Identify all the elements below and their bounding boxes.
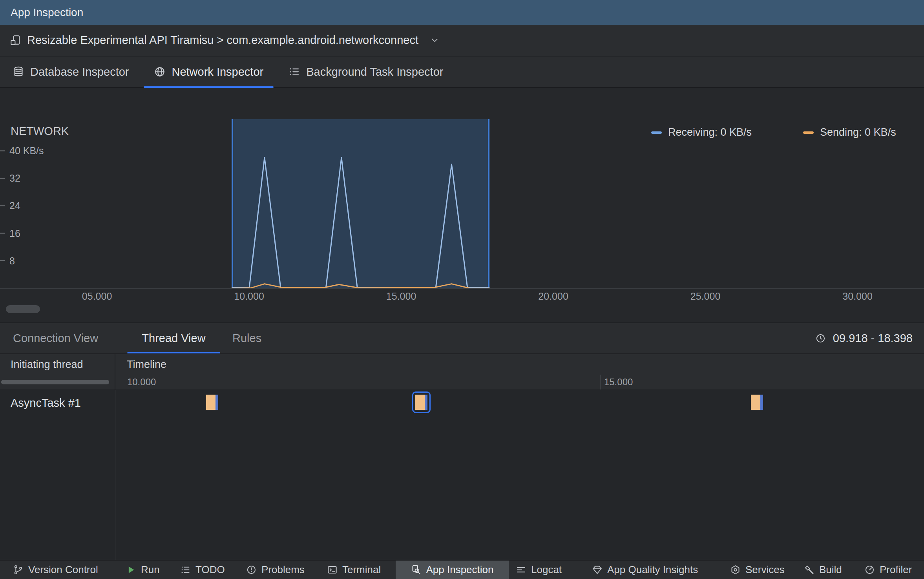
chevron-down-icon[interactable] bbox=[429, 35, 440, 46]
tool-window-button-todo[interactable]: TODO bbox=[174, 561, 231, 579]
inspector-tabs-bar: Database Inspector Network Inspector Bac… bbox=[0, 56, 924, 88]
connection-view-tabs-bar: Connection View Thread View Rules 09.918… bbox=[0, 322, 924, 354]
y-axis-tick: 24 bbox=[0, 200, 20, 211]
tool-window-button-label: Terminal bbox=[342, 564, 381, 576]
tool-window-button-profiler[interactable]: Profiler bbox=[858, 561, 918, 579]
terminal-icon bbox=[327, 564, 338, 575]
tab-background-task-inspector[interactable]: Background Task Inspector bbox=[276, 56, 456, 87]
chart-title: NETWORK bbox=[11, 125, 69, 138]
hammer-icon bbox=[804, 564, 814, 575]
network-chart: NETWORK Receiving: 0 KB/s Sending: 0 KB/… bbox=[0, 88, 924, 322]
column-label: Timeline bbox=[127, 359, 166, 371]
database-icon bbox=[13, 66, 24, 78]
tool-window-button-label: Problems bbox=[261, 564, 305, 576]
thread-name: AsyncTask #1 bbox=[11, 397, 81, 410]
tool-window-button-label: App Inspection bbox=[426, 564, 493, 576]
tab-connection-view[interactable]: Connection View bbox=[13, 323, 98, 353]
y-axis-tick: 16 bbox=[0, 228, 20, 239]
tool-window-button-version-control[interactable]: Version Control bbox=[7, 561, 104, 579]
process-selector-label: Resizable Experimental API Tiramisu > co… bbox=[27, 34, 418, 47]
tab-label: Network Inspector bbox=[172, 66, 263, 78]
tool-window-button-run[interactable]: Run bbox=[119, 561, 166, 579]
y-tick-label: 24 bbox=[9, 200, 20, 211]
tool-window-button-terminal[interactable]: Terminal bbox=[321, 561, 387, 579]
profiler-icon bbox=[864, 564, 875, 575]
y-tick-label: 8 bbox=[9, 255, 15, 266]
y-tick-label: 16 bbox=[9, 228, 20, 239]
network-event-block[interactable] bbox=[415, 395, 427, 410]
time-range-label: 09.918 - 18.398 bbox=[833, 332, 913, 345]
sending-legend-swatch bbox=[803, 131, 814, 134]
network-event-block[interactable] bbox=[751, 395, 763, 410]
y-axis-tick: 32 bbox=[0, 173, 20, 184]
chart-horizontal-scrollbar[interactable] bbox=[6, 305, 40, 313]
table-row[interactable]: AsyncTask #1 bbox=[0, 390, 924, 415]
timeline-tick-label: 10.000 bbox=[127, 377, 156, 388]
event-sending-segment bbox=[415, 395, 425, 410]
event-sending-segment bbox=[206, 395, 215, 410]
tool-window-button-app-quality-insights[interactable]: App Quality Insights bbox=[586, 561, 704, 579]
column-header-timeline[interactable]: Timeline bbox=[116, 354, 924, 375]
globe-icon bbox=[154, 66, 166, 78]
x-tick-label: 10.000 bbox=[234, 291, 264, 302]
tool-window-button-label: Run bbox=[141, 564, 160, 576]
timeline-tick-label: 15.000 bbox=[604, 377, 633, 388]
legend-label: Sending: 0 KB/s bbox=[820, 126, 896, 138]
tool-window-button-problems[interactable]: Problems bbox=[240, 561, 311, 579]
tool-window-button-label: TODO bbox=[195, 564, 225, 576]
legend-receiving: Receiving: 0 KB/s bbox=[651, 126, 752, 138]
tick-mark bbox=[0, 205, 5, 206]
x-tick-label: 20.000 bbox=[538, 291, 568, 302]
problems-icon bbox=[246, 564, 257, 575]
receiving-line bbox=[232, 158, 489, 288]
timeline-grid-line bbox=[600, 375, 601, 390]
tab-network-inspector[interactable]: Network Inspector bbox=[141, 56, 276, 87]
network-event-block[interactable] bbox=[206, 395, 218, 410]
logcat-icon bbox=[516, 564, 526, 575]
tick-mark bbox=[0, 178, 5, 178]
tick-mark bbox=[0, 260, 5, 261]
tab-rules[interactable]: Rules bbox=[232, 323, 261, 353]
x-tick-label: 15.000 bbox=[386, 291, 416, 302]
tool-window-button-build[interactable]: Build bbox=[798, 561, 848, 579]
tool-window-button-label: Profiler bbox=[880, 564, 912, 576]
tool-window-button-label: App Quality Insights bbox=[607, 564, 698, 576]
tool-window-button-logcat[interactable]: Logcat bbox=[509, 561, 568, 579]
horizontal-scrollbar-thumb[interactable] bbox=[1, 380, 109, 384]
column-header-initiating-thread[interactable]: Initiating thread bbox=[0, 354, 115, 375]
task-list-icon bbox=[289, 66, 300, 78]
receiving-legend-swatch bbox=[651, 131, 662, 134]
tab-label: Rules bbox=[232, 332, 261, 345]
tool-window-button-label: Logcat bbox=[531, 564, 562, 576]
y-tick-label: 40 KB/s bbox=[9, 145, 44, 157]
process-selector-bar[interactable]: Resizable Experimental API Tiramisu > co… bbox=[0, 25, 924, 56]
resizable-device-icon bbox=[10, 35, 21, 46]
thread-table-header: Initiating thread Timeline bbox=[0, 354, 924, 375]
x-tick-label: 30.000 bbox=[842, 291, 872, 302]
tab-thread-view[interactable]: Thread View bbox=[127, 323, 220, 353]
tab-label: Database Inspector bbox=[30, 66, 129, 78]
x-tick-label: 25.000 bbox=[690, 291, 720, 302]
thread-column-scroll-area bbox=[0, 375, 115, 390]
run-icon bbox=[126, 564, 136, 575]
x-tick-label: 05.000 bbox=[82, 291, 112, 302]
event-receiving-segment bbox=[425, 395, 427, 410]
tool-window-button-label: Services bbox=[745, 564, 785, 576]
legend-sending: Sending: 0 KB/s bbox=[803, 126, 896, 138]
tool-window-title-bar: App Inspection bbox=[0, 0, 924, 25]
tab-database-inspector[interactable]: Database Inspector bbox=[0, 56, 141, 87]
column-divider bbox=[115, 390, 116, 560]
tab-label: Background Task Inspector bbox=[306, 66, 443, 78]
tick-mark bbox=[0, 233, 5, 234]
tool-window-button-services[interactable]: Services bbox=[724, 561, 791, 579]
tick-mark bbox=[0, 150, 5, 151]
y-axis-tick: 40 KB/s bbox=[0, 145, 44, 157]
thread-table-body: AsyncTask #1 bbox=[0, 390, 924, 560]
event-receiving-segment bbox=[760, 395, 763, 410]
tab-label: Connection View bbox=[13, 332, 98, 345]
clock-icon bbox=[815, 333, 826, 344]
y-tick-label: 32 bbox=[9, 173, 20, 184]
tool-window-button-label: Build bbox=[819, 564, 842, 576]
chart-plot[interactable] bbox=[0, 88, 924, 322]
tool-window-button-app-inspection[interactable]: App Inspection bbox=[396, 561, 509, 579]
